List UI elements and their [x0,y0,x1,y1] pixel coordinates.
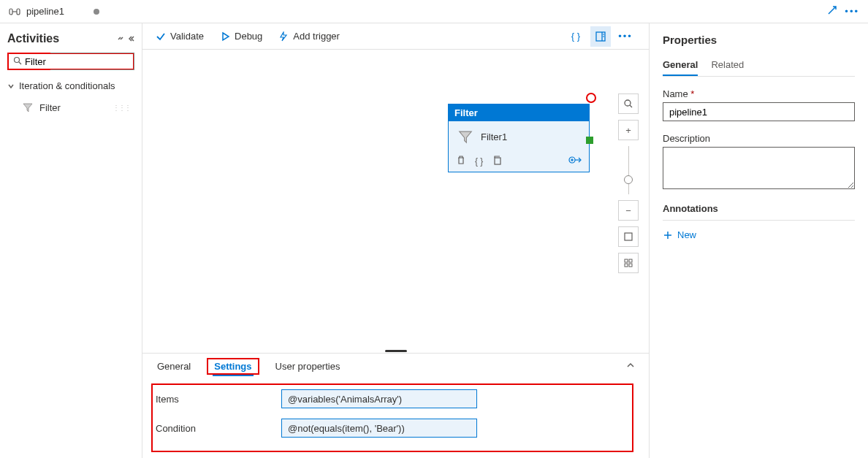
pipeline-description-input[interactable] [663,147,855,189]
search-input[interactable] [25,56,54,67]
category-label: Iteration & conditionals [19,80,115,91]
svg-rect-16 [625,233,632,240]
grip-icon: ⋮⋮⋮ [113,104,130,112]
validate-button[interactable]: Validate [156,31,204,42]
add-trigger-label: Add trigger [293,31,340,42]
node-name: Filter1 [481,131,507,142]
pipeline-icon [9,6,20,18]
collapse-control[interactable] [117,35,134,42]
svg-rect-17 [625,259,628,262]
unsaved-indicator-icon [94,9,99,15]
activities-title: Activities [7,32,117,45]
svg-rect-19 [625,264,628,267]
condition-input[interactable] [281,419,477,438]
search-icon [13,56,22,67]
clone-icon[interactable] [492,155,502,167]
canvas-area: Validate Debug Add trigger { } ••• [142,23,649,458]
condition-label: Condition [156,423,281,434]
tab-general[interactable]: General [156,358,192,375]
canvas-zoom-controls: + − [618,93,639,273]
svg-rect-20 [629,264,632,267]
zoom-out-button[interactable]: − [618,200,639,221]
svg-point-3 [15,57,20,62]
name-label: Name * [663,88,855,99]
activity-detail-tabs: General Settings User properties [142,353,649,379]
properties-title: Properties [663,34,855,46]
description-label: Description [663,133,855,144]
zoom-slider[interactable] [628,146,629,194]
activities-panel: Activities Iteration & conditionals Filt… [0,23,142,458]
svg-rect-18 [629,259,632,262]
validate-label: Validate [170,31,204,42]
debug-label: Debug [235,31,262,42]
tab-bar: pipeline1 ••• [0,0,868,23]
settings-form: Items Condition [142,379,649,458]
add-output-icon[interactable] [568,155,582,167]
pipeline-name-input[interactable] [663,102,855,121]
props-tab-related[interactable]: Related [711,56,744,76]
node-type-label: Filter [449,104,589,121]
delete-icon[interactable] [456,155,466,167]
category-iteration-conditionals[interactable]: Iteration & conditionals [7,79,134,93]
annotations-label: Annotations [663,203,855,214]
collapse-panel-button[interactable] [625,360,636,373]
svg-line-15 [630,105,632,107]
props-tab-general[interactable]: General [663,56,698,76]
add-trigger-button[interactable]: Add trigger [278,31,340,42]
activities-search[interactable] [7,53,134,70]
activity-node-filter1[interactable]: Filter Filter1 { } [448,104,590,172]
pipeline-tab-title[interactable]: pipeline1 [26,6,64,17]
debug-button[interactable]: Debug [220,31,262,42]
activity-filter[interactable]: Filter ⋮⋮⋮ [7,99,134,116]
items-input[interactable] [281,389,477,408]
new-label: New [677,229,696,240]
canvas-search-button[interactable] [618,93,639,114]
code-icon[interactable]: { } [475,156,483,167]
items-label: Items [156,394,281,405]
svg-point-14 [625,100,631,106]
expand-icon[interactable] [827,5,837,18]
tab-settings[interactable]: Settings [213,358,253,376]
output-connector[interactable] [586,137,593,144]
pipeline-canvas[interactable]: Filter Filter1 { } + [142,50,649,348]
tab-user-properties[interactable]: User properties [274,358,342,375]
autolayout-button[interactable] [618,253,639,273]
filter-icon [457,129,473,145]
zoom-in-button[interactable]: + [618,120,639,140]
svg-rect-1 [17,9,20,15]
toolbar-more-button[interactable]: ••• [615,26,636,47]
zoom-handle[interactable] [624,175,633,184]
activity-label: Filter [39,102,61,113]
fit-screen-button[interactable] [618,226,639,247]
chevron-down-icon [7,83,15,90]
svg-rect-9 [495,158,500,164]
svg-line-4 [19,62,21,64]
properties-panel: Properties General Related Name * Descri… [649,23,868,458]
filter-icon [22,102,34,113]
plus-icon [663,230,673,240]
svg-rect-0 [9,9,12,15]
pipeline-toolbar: Validate Debug Add trigger { } ••• [142,23,649,50]
validation-status-icon [586,93,596,103]
properties-toggle-button[interactable] [590,26,611,47]
more-icon[interactable]: ••• [845,6,859,17]
json-view-button[interactable]: { } [566,26,586,47]
add-annotation-button[interactable]: New [663,226,855,243]
